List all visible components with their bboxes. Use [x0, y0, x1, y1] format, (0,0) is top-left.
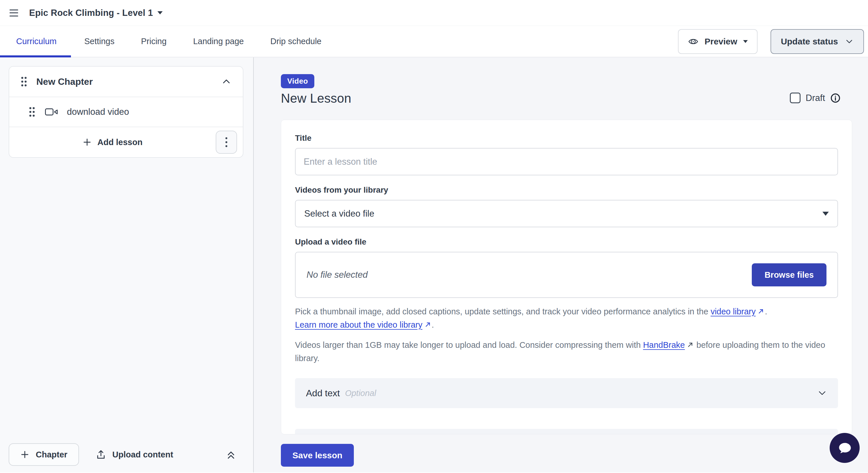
upload-content-button[interactable]: Upload content	[96, 449, 173, 460]
tab-bar: Curriculum Settings Pricing Landing page…	[0, 26, 868, 57]
add-downloads-section[interactable]: Add downloads Optional	[295, 429, 838, 434]
info-icon[interactable]	[830, 93, 841, 103]
video-library-help-text: Pick a thumbnail image, add closed capti…	[295, 305, 838, 332]
drag-handle-icon[interactable]	[20, 76, 28, 87]
add-chapter-button[interactable]: Chapter	[9, 443, 79, 466]
page-title: New Lesson	[281, 91, 852, 105]
save-lesson-button[interactable]: Save lesson	[281, 444, 354, 467]
tab-settings[interactable]: Settings	[71, 26, 128, 57]
chapter-card: New Chapter	[9, 66, 243, 158]
lesson-title-input[interactable]	[295, 148, 838, 176]
browse-files-button[interactable]: Browse files	[752, 263, 827, 286]
lesson-form-card: Title Videos from your library Select a …	[281, 120, 852, 434]
course-switcher[interactable]: Epic Rock Climbing - Level 1	[29, 8, 163, 18]
sidebar-footer: Chapter Upload content	[0, 437, 253, 472]
video-library-select[interactable]: Select a video file	[295, 200, 838, 227]
caret-down-icon	[743, 40, 748, 43]
chat-bubble-icon	[837, 440, 853, 456]
curriculum-sidebar: New Chapter	[0, 57, 254, 472]
top-bar: Epic Rock Climbing - Level 1	[0, 0, 868, 26]
chapter-header[interactable]: New Chapter	[9, 67, 243, 97]
course-title: Epic Rock Climbing - Level 1	[29, 8, 153, 18]
lesson-title: download video	[67, 107, 129, 117]
draft-label: Draft	[806, 93, 825, 103]
lesson-header: Video New Lesson Draft	[281, 74, 852, 105]
chevron-down-icon	[845, 37, 854, 46]
tab-pricing[interactable]: Pricing	[128, 26, 180, 57]
learn-more-video-library-link[interactable]: Learn more about the video library	[295, 320, 432, 329]
plus-icon	[83, 137, 92, 147]
hamburger-menu-icon[interactable]	[9, 9, 18, 17]
draft-toggle: Draft	[790, 93, 841, 103]
external-link-icon	[758, 308, 764, 314]
drag-handle-icon[interactable]	[28, 106, 36, 117]
no-file-text: No file selected	[307, 270, 368, 280]
external-link-icon	[687, 342, 693, 348]
add-text-section[interactable]: Add text Optional	[295, 378, 838, 408]
update-status-button[interactable]: Update status	[771, 29, 864, 54]
add-lesson-button[interactable]: Add lesson	[9, 137, 216, 147]
chat-widget-button[interactable]	[830, 433, 860, 463]
lesson-item-download-video[interactable]: download video	[9, 97, 243, 127]
eye-icon	[688, 36, 699, 47]
video-camera-icon	[44, 107, 58, 117]
preview-button[interactable]: Preview	[678, 29, 757, 54]
file-upload-dropzone[interactable]: No file selected Browse files	[295, 252, 838, 298]
upload-icon	[96, 449, 106, 460]
chevron-down-icon	[817, 388, 827, 398]
upload-field-label: Upload a video file	[295, 238, 838, 247]
tab-landing-page[interactable]: Landing page	[180, 26, 257, 57]
content-area: New Chapter	[0, 57, 868, 472]
chevron-up-icon[interactable]	[221, 77, 231, 87]
library-field-label: Videos from your library	[295, 185, 838, 195]
lesson-editor-panel: Video New Lesson Draft Title Videos from…	[254, 57, 868, 472]
compression-help-text: Videos larger than 1GB may take longer t…	[295, 338, 838, 365]
caret-down-icon	[823, 212, 829, 216]
chapter-options-button[interactable]	[216, 131, 237, 154]
video-library-select-value: Select a video file	[304, 209, 374, 219]
tab-curriculum[interactable]: Curriculum	[0, 26, 71, 57]
chapter-title: New Chapter	[36, 76, 93, 87]
title-field-label: Title	[295, 133, 838, 143]
video-library-link[interactable]: video library	[711, 307, 765, 316]
collapse-all-icon[interactable]	[225, 449, 237, 460]
chapter-footer: Add lesson	[9, 127, 243, 157]
plus-icon	[20, 450, 29, 459]
lesson-type-badge: Video	[281, 74, 314, 88]
draft-checkbox[interactable]	[790, 93, 801, 103]
kebab-menu-icon	[225, 137, 228, 148]
tab-drip-schedule[interactable]: Drip schedule	[257, 26, 335, 57]
caret-down-icon	[157, 11, 163, 14]
add-lesson-label: Add lesson	[97, 137, 143, 147]
external-link-icon	[425, 321, 431, 328]
tab-bar-actions: Preview Update status	[678, 26, 868, 57]
handbrake-link[interactable]: HandBrake	[643, 340, 694, 350]
